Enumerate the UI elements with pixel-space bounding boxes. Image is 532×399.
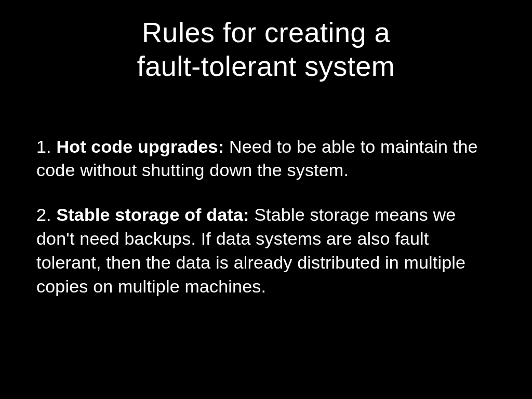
rule-number: 2. [36,205,56,224]
rule-label: Hot code upgrades: [56,137,224,156]
rule-number: 1. [36,137,56,156]
title-line-2: fault-tolerant system [137,50,395,82]
title-line-1: Rules for creating a [142,17,390,48]
slide-body: 1. Hot code upgrades: Need to be able to… [36,135,496,299]
rule-item: 2. Stable storage of data: Stable storag… [36,203,496,299]
rule-label: Stable storage of data: [56,205,249,224]
rule-item: 1. Hot code upgrades: Need to be able to… [36,135,496,183]
slide: Rules for creating a fault-tolerant syst… [0,0,532,399]
slide-title: Rules for creating a fault-tolerant syst… [36,16,496,83]
